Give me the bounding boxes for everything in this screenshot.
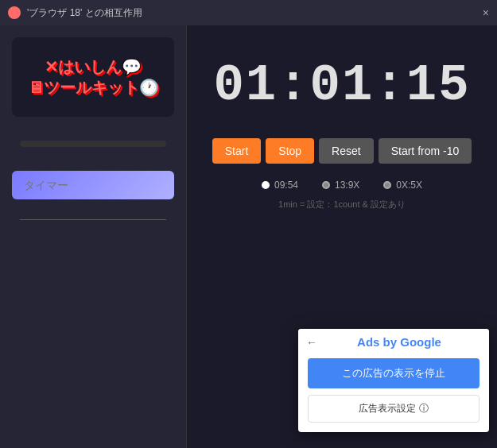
close-button[interactable]: × (483, 7, 489, 18)
logo-line2: 🖥ツールキット🕐 (28, 77, 159, 98)
stop-button[interactable]: Stop (266, 138, 314, 164)
ads-popup-body: この広告の表示を停止 広告表示設定 ⓘ (298, 352, 489, 432)
ads-settings-button[interactable]: 広告表示設定 ⓘ (308, 395, 480, 423)
dot-item-2: 13:9X (322, 180, 359, 191)
start-from-button[interactable]: Start from -10 (379, 138, 472, 164)
dot-1 (262, 181, 270, 189)
start-button[interactable]: Start (212, 138, 262, 164)
stop-ads-button[interactable]: この広告の表示を停止 (308, 358, 480, 388)
dot-item-3: 0X:5X (383, 180, 422, 191)
logo-text: ✕はいしん💬 🖥ツールキット🕐 (28, 56, 159, 98)
dots-row: 09:54 13:9X 0X:5X (262, 180, 422, 191)
bubble-icon: 💬 (122, 58, 142, 75)
dot-item-1: 09:54 (262, 180, 298, 191)
dot-2 (322, 181, 330, 189)
google-label: Google (400, 335, 441, 349)
info-text: 1min = 設定：1count & 設定あり (278, 199, 406, 210)
titlebar: 'ブラウザ 18' との相互作用 × (0, 0, 497, 25)
sidebar: ✕はいしん💬 🖥ツールキット🕐 (0, 25, 187, 448)
timer-input[interactable] (12, 171, 174, 199)
sidebar-placeholder (20, 141, 166, 147)
app-icon (8, 6, 21, 19)
dot-label-2: 13:9X (335, 180, 359, 191)
logo-line1: ✕はいしん💬 (28, 56, 159, 77)
screen-icon: 🖥 (28, 79, 44, 96)
ads-back-arrow[interactable]: ← (306, 336, 317, 349)
control-buttons: Start Stop Reset Start from -10 (212, 138, 472, 164)
ads-popup: ← Ads by Google この広告の表示を停止 広告表示設定 ⓘ (298, 329, 489, 432)
window-title: 'ブラウザ 18' との相互作用 (27, 6, 142, 20)
dot-label-1: 09:54 (274, 180, 298, 191)
right-content: 01:01:15 Start Stop Reset Start from -10… (187, 25, 497, 448)
logo-area: ✕はいしん💬 🖥ツールキット🕐 (12, 37, 174, 117)
clock-icon: 🕐 (139, 79, 159, 96)
titlebar-left: 'ブラウザ 18' との相互作用 (8, 6, 142, 20)
reset-button[interactable]: Reset (319, 138, 374, 164)
dot-3 (383, 181, 391, 189)
main-content: ✕はいしん💬 🖥ツールキット🕐 01:01:15 Start Stop Rese… (0, 25, 497, 448)
dot-label-3: 0X:5X (396, 180, 422, 191)
x-icon: ✕ (45, 58, 58, 75)
ads-by-label: Ads by (357, 335, 400, 349)
sidebar-divider (20, 219, 166, 220)
ads-popup-header: ← Ads by Google (298, 329, 489, 352)
ads-title: Ads by Google (317, 335, 481, 349)
timer-display: 01:01:15 (213, 57, 470, 114)
svg-point-0 (10, 9, 18, 17)
